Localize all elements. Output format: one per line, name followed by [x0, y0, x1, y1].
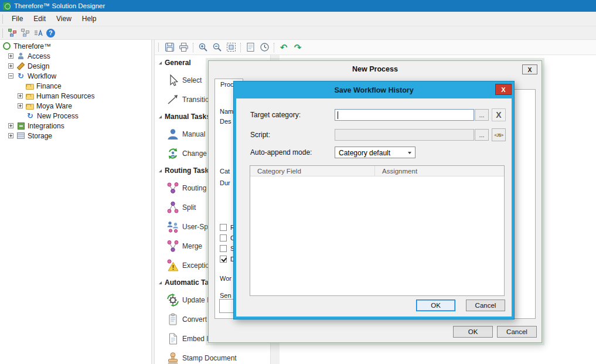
menu-edit[interactable]: Edit: [28, 12, 51, 25]
redo-button[interactable]: ↷: [291, 41, 304, 54]
designer-toolbar: ↶ ↷: [155, 40, 596, 55]
solution-tree: Therefore™ Access Design ↻ Workflow Fina…: [0, 40, 151, 364]
toolbox-item-stamp-document[interactable]: Stamp Document: [155, 348, 270, 364]
toolbar-grip: [158, 43, 159, 52]
close-button[interactable]: X: [522, 64, 537, 74]
checkbox[interactable]: [220, 224, 227, 231]
save-button[interactable]: [163, 41, 176, 54]
convert-icon: [166, 312, 180, 326]
menu-file[interactable]: File: [6, 12, 28, 25]
design-map-alt-button[interactable]: [19, 27, 31, 39]
collapse-icon: [159, 169, 162, 172]
target-category-label: Target category:: [250, 111, 301, 119]
print-preview-icon: [246, 42, 256, 52]
toolbar-separator: [274, 43, 274, 52]
help-icon[interactable]: ?: [46, 29, 55, 38]
checkbox-row[interactable]: S: [220, 245, 234, 252]
tree-item-workflow[interactable]: ↻ Workflow: [0, 71, 151, 81]
exception-icon: [166, 258, 180, 273]
dialog-title: New Process: [209, 61, 541, 77]
checkbox-checked[interactable]: [220, 256, 227, 263]
collapse-icon: [159, 62, 162, 64]
storage-icon: [16, 131, 25, 140]
tree-item-therefore[interactable]: Therefore™: [0, 41, 151, 51]
toolbar-separator: [193, 43, 193, 52]
design-icon: [16, 62, 25, 70]
rename-fields-button[interactable]: [32, 27, 44, 39]
workflow-label-fragment: Wor: [220, 275, 231, 282]
collapse-icon: [159, 281, 162, 284]
embed-document-icon: [166, 332, 180, 346]
workflow-icon: ↻: [16, 72, 25, 80]
expand-icon[interactable]: [18, 103, 23, 108]
dialog-body: Target category: ... X Script: ... <J$> …: [236, 98, 512, 317]
zoom-out-button[interactable]: [210, 41, 223, 54]
tree-item-storage[interactable]: Storage: [0, 131, 151, 141]
browse-script-button[interactable]: ...: [475, 129, 489, 141]
tree-item-new-process[interactable]: ↻ New Process: [0, 111, 151, 121]
target-category-input[interactable]: [335, 109, 474, 121]
tree-item-integrations[interactable]: Integrations: [0, 121, 151, 131]
save-workflow-history-dialog: Save Workflow History X Target category:…: [233, 81, 515, 319]
collapse-icon[interactable]: [8, 73, 13, 79]
dialog-title: Save Workflow History: [234, 81, 514, 98]
undo-button[interactable]: ↶: [277, 41, 290, 54]
description-label-fragment: Des: [220, 118, 231, 125]
app-logo-icon: [3, 2, 11, 10]
expand-icon[interactable]: [18, 93, 23, 98]
close-button[interactable]: X: [495, 84, 512, 95]
schedule-button[interactable]: [258, 41, 271, 54]
folder-icon: [26, 94, 34, 100]
split-icon: [166, 200, 180, 215]
assignment-table-body[interactable]: [250, 176, 504, 295]
ok-button[interactable]: OK: [453, 326, 493, 338]
print-button[interactable]: [177, 41, 190, 54]
folder-icon: [26, 104, 34, 110]
clear-category-button[interactable]: X: [492, 108, 506, 121]
app-window: Therefore™ Solution Designer File Edit V…: [0, 0, 596, 364]
expand-icon[interactable]: [8, 133, 13, 138]
auto-append-select[interactable]: Category default: [335, 147, 416, 158]
toolbar-grip: [2, 15, 3, 23]
text-caret: [338, 111, 338, 119]
stamp-icon: [166, 351, 180, 364]
design-map-alt-icon: [21, 28, 30, 38]
checkbox[interactable]: [220, 234, 227, 241]
send-label-fragment: Sen: [220, 292, 231, 299]
menu-help[interactable]: Help: [77, 12, 102, 25]
select-cursor-icon: [166, 73, 180, 87]
tree-item-human-resources[interactable]: Human Resources: [0, 91, 151, 101]
tree-item-design[interactable]: Design: [0, 61, 151, 71]
tree-item-access[interactable]: Access: [0, 51, 151, 61]
print-preview-button[interactable]: [244, 41, 257, 54]
update-icon: [166, 293, 180, 307]
cancel-button[interactable]: Cancel: [466, 300, 505, 311]
manual-task-icon: [166, 127, 180, 141]
expand-icon[interactable]: [8, 63, 13, 69]
folder-icon: [26, 84, 34, 90]
tree-item-finance[interactable]: Finance: [0, 81, 151, 91]
zoom-in-icon: [198, 42, 208, 52]
zoom-out-icon: [212, 42, 222, 52]
category-label-fragment: Cat: [220, 168, 230, 175]
checkbox[interactable]: [220, 245, 227, 252]
titlebar: Therefore™ Solution Designer: [0, 0, 596, 12]
column-header-assignment[interactable]: Assignment: [375, 166, 504, 176]
tree-item-moya-ware[interactable]: Moya Ware: [0, 101, 151, 111]
assignment-table: Category Field Assignment: [250, 165, 505, 296]
ok-button[interactable]: OK: [416, 300, 455, 311]
script-editor-button[interactable]: <J$>: [492, 128, 506, 141]
table-header: Category Field Assignment: [250, 166, 504, 176]
expand-icon[interactable]: [8, 123, 13, 128]
cancel-button[interactable]: Cancel: [497, 326, 537, 338]
menu-view[interactable]: View: [51, 12, 77, 25]
fit-page-button[interactable]: [224, 41, 237, 54]
menubar: File Edit View Help: [0, 12, 596, 26]
fit-page-icon: [226, 42, 236, 52]
browse-category-button[interactable]: ...: [475, 109, 489, 121]
column-header-category-field[interactable]: Category Field: [250, 166, 375, 176]
design-map-button[interactable]: [6, 27, 18, 39]
expand-icon[interactable]: [8, 53, 13, 59]
preview-box: [219, 299, 234, 313]
zoom-in-button[interactable]: [196, 41, 209, 54]
